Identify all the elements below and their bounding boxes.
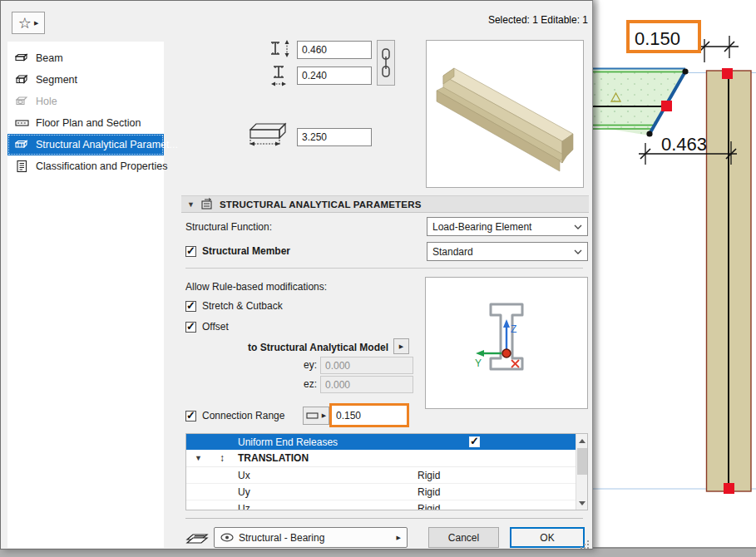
table-row-uz[interactable]: Uz Rigid [186,500,587,510]
rule-modifications-label: Allow Rule-based modifications: [185,281,327,293]
table-row-uy[interactable]: Uy Rigid [186,484,587,500]
stretch-cutback-row[interactable]: Stretch & Cutback [185,300,283,312]
to-sam-label: to Structural Analytical Model [209,342,388,353]
star-icon: ☆ [18,16,32,31]
classification-icon [15,160,29,173]
release-name: Uz [238,503,250,511]
structural-member-label: Structural Member [202,245,290,257]
to-sam-button[interactable]: ▶ [393,338,409,354]
sidebar-item-label: Beam [36,52,63,64]
release-value: Rigid [418,486,440,498]
member-end-node-bottom[interactable] [646,131,652,136]
ez-input: 0.000 [320,376,413,393]
connection-range-checkbox[interactable] [185,411,196,421]
collapse-triangle-icon[interactable]: ▼ [195,454,202,462]
layers-icon [185,530,209,545]
sidebar-item-classification[interactable]: Classification and Properties [7,155,164,177]
table-row-translation[interactable]: ▼ ↕ TRANSLATION [186,450,587,467]
beam-range-icon [306,412,319,420]
sidebar-item-floor-plan[interactable]: Floor Plan and Section [7,112,164,134]
drawing-bottom-edge [593,547,756,549]
chevron-right-icon: ▶ [34,20,38,27]
table-row-ux[interactable]: Ux Rigid [186,467,587,484]
scroll-up-icon [579,439,586,443]
release-name: Uy [238,486,250,498]
sidebar-item-segment[interactable]: Segment [7,69,164,91]
stretch-cutback-checkbox[interactable] [185,301,196,312]
beam-height-input[interactable]: 0.460 [297,41,372,59]
chevron-right-icon: ▶ [399,343,403,350]
plan-view: 0.150 0.463 [593,0,756,547]
divider [185,518,583,519]
release-value: Rigid [418,503,440,511]
sidebar-item-label: Segment [36,74,77,86]
dim-bottom-value[interactable]: 0.463 [661,134,707,155]
scrollbar-thumb[interactable] [577,448,587,475]
uniform-end-releases-checkbox[interactable] [469,436,480,447]
sidebar-item-label: Structural Analytical Paramet... [36,139,178,150]
beam-3d-preview [426,40,584,188]
stretch-cutback-label: Stretch & Cutback [202,300,283,312]
resize-grip[interactable] [581,540,589,549]
structural-member-checkbox[interactable] [185,246,196,257]
chain-link-icon [380,47,392,80]
dim-top-value[interactable]: 0.150 [635,28,680,49]
cancel-button[interactable]: Cancel [428,527,499,548]
structural-parameters-icon [15,138,29,151]
favorites-button[interactable]: ☆ ▶ [12,12,45,34]
beam-length-icon [247,120,290,150]
sidebar-item-beam[interactable]: Beam [7,47,164,69]
offset-checkbox[interactable] [185,322,196,333]
beam-icon [15,52,29,65]
ez-label: ez: [299,378,317,390]
floor-plan-icon [15,116,29,130]
sidebar-item-hole: Hole [7,91,164,112]
release-value: Rigid [418,470,440,481]
offset-label: Offset [202,321,229,333]
sidebar-item-label: Floor Plan and Section [36,117,141,129]
connection-range-highlight: 0.150 [329,403,409,427]
selection-handle-column-top[interactable] [722,68,733,79]
table-row-uniform-end-releases[interactable]: Uniform End Releases [186,434,587,450]
scroll-up-button[interactable] [576,434,588,447]
section-preview: Z Y [425,277,588,409]
chevron-down-icon [574,249,582,254]
beam-settings-dialog: ☆ ▶ Selected: 1 Editable: 1 Beam Segment… [0,0,593,550]
dialog-shadow [593,0,600,547]
connection-range-row[interactable]: Connection Range [185,410,284,421]
translation-group-label: TRANSLATION [238,452,309,464]
selection-handle-column-bottom[interactable] [724,483,734,494]
connection-range-input[interactable]: 0.150 [336,410,361,421]
table-scrollbar[interactable] [576,434,587,510]
segment-icon [15,73,29,86]
selection-handle-member[interactable] [661,101,672,111]
end-releases-table: Uniform End Releases ▼ ↕ TRANSLATION Ux … [185,433,588,510]
structural-function-dropdown[interactable]: Load-Bearing Element [427,217,588,236]
section-header-structural[interactable]: ▼ STRUCTURAL ANALYTICAL PARAMETERS [181,195,589,213]
ey-input: 0.000 [320,357,413,374]
ok-button[interactable]: OK [510,527,585,548]
release-name: Ux [238,470,250,481]
section-title: STRUCTURAL ANALYTICAL PARAMETERS [220,200,422,209]
structural-function-value: Load-Bearing Element [432,221,531,233]
scroll-down-button[interactable] [576,496,588,510]
beam-length-input[interactable]: 3.250 [297,128,372,146]
sidebar-item-structural-analytical[interactable]: Structural Analytical Paramet... [7,134,164,155]
structural-member-dropdown[interactable]: Standard [427,242,588,261]
chevron-right-icon: ▶ [397,535,401,541]
layer-value: Structural - Bearing [239,532,392,544]
layer-dropdown[interactable]: Structural - Bearing ▶ [214,527,408,548]
sidebar-item-label: Hole [36,96,57,107]
structural-member-value: Standard [432,246,473,258]
connection-range-mode-button[interactable]: ▶ [303,407,329,425]
offset-row[interactable]: Offset [185,321,229,333]
beam-width-input[interactable]: 0.240 [297,67,372,85]
beam-height-icon [269,38,292,60]
member-end-node-top[interactable] [682,68,688,74]
connection-range-label: Connection Range [202,410,284,421]
settings-sidebar: Beam Segment Hole Floor Plan and Section… [7,42,164,548]
structural-member-checkbox-row[interactable]: Structural Member [185,245,290,257]
beam-width-icon [269,64,292,89]
collapse-triangle-icon: ▼ [187,200,195,209]
link-dimensions-button[interactable] [377,40,395,86]
